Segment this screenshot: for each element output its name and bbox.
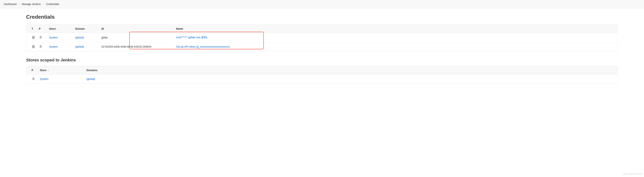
section-title-stores: Stores scoped to Jenkins xyxy=(26,58,618,62)
jenkins-icon xyxy=(39,45,42,48)
credential-name-link[interactable]: root/****** (gitlab root 密码) xyxy=(176,36,207,39)
credential-name-link[interactable]: GitLab API token (g_xxxxxxxxxxxxxxxxxxxx… xyxy=(176,45,230,48)
svg-point-4 xyxy=(33,46,34,47)
sort-down-icon: ↓ xyxy=(48,69,49,72)
col-header-p[interactable]: P xyxy=(36,25,47,33)
credential-type-icon-cell xyxy=(26,42,36,51)
domain-link[interactable]: (global) xyxy=(75,45,84,48)
svg-point-1 xyxy=(33,37,34,38)
col-header-domain[interactable]: Domain xyxy=(73,25,99,33)
col-header-store[interactable]: Store ↓ xyxy=(38,66,84,74)
table-row: System (global) 027d2455-b40b-493b-863d-… xyxy=(26,42,618,51)
col-header-name[interactable]: Name xyxy=(174,25,618,33)
breadcrumb: Dashboard › Manage Jenkins › Credentials xyxy=(0,0,644,8)
svg-point-5 xyxy=(40,45,42,47)
credentials-table: T P Store ↓ Domain ID Name xyxy=(26,25,618,51)
credential-id: 027d2455-b40b-493b-863d-e34241185829 xyxy=(101,45,152,48)
credentials-table-panel: T P Store ↓ Domain ID Name xyxy=(26,24,618,51)
svg-point-6 xyxy=(33,78,34,79)
breadcrumb-item-dashboard[interactable]: Dashboard xyxy=(4,2,16,6)
page-title: Credentials xyxy=(26,14,618,20)
domain-link[interactable]: (global) xyxy=(75,36,84,39)
chevron-right-icon: › xyxy=(18,3,20,6)
credential-id-card-icon xyxy=(32,36,35,40)
store-link[interactable]: System xyxy=(49,45,58,48)
credential-id-card-icon xyxy=(32,45,35,48)
breadcrumb-item-credentials[interactable]: Credentials xyxy=(46,2,59,6)
store-provider-icon-cell xyxy=(26,74,38,84)
domains-link[interactable]: (global) xyxy=(86,78,95,80)
breadcrumb-item-manage-jenkins[interactable]: Manage Jenkins xyxy=(22,2,41,6)
sort-down-icon: ↓ xyxy=(57,28,58,30)
col-header-p[interactable]: P xyxy=(26,66,38,74)
stores-table: P Store ↓ Domains System (global) xyxy=(26,66,618,84)
credential-provider-icon-cell xyxy=(36,42,47,51)
store-link[interactable]: System xyxy=(40,78,48,80)
credential-type-icon-cell xyxy=(26,33,36,42)
chevron-right-icon: › xyxy=(42,3,44,6)
jenkins-icon xyxy=(39,36,42,40)
svg-point-2 xyxy=(40,36,42,38)
credential-provider-icon-cell xyxy=(36,33,47,42)
credential-id: gitlab xyxy=(101,36,108,39)
col-header-t[interactable]: T xyxy=(26,25,36,33)
store-link[interactable]: System xyxy=(49,36,58,39)
jenkins-icon xyxy=(32,77,35,81)
col-header-store[interactable]: Store ↓ xyxy=(47,25,73,33)
stores-table-panel: P Store ↓ Domains System (global) xyxy=(26,66,618,84)
table-row: System (global) gitlab root/****** (gitl… xyxy=(26,33,618,42)
table-row: System (global) xyxy=(26,74,618,84)
col-header-id[interactable]: ID xyxy=(99,25,174,33)
col-header-domains[interactable]: Domains xyxy=(84,66,618,74)
